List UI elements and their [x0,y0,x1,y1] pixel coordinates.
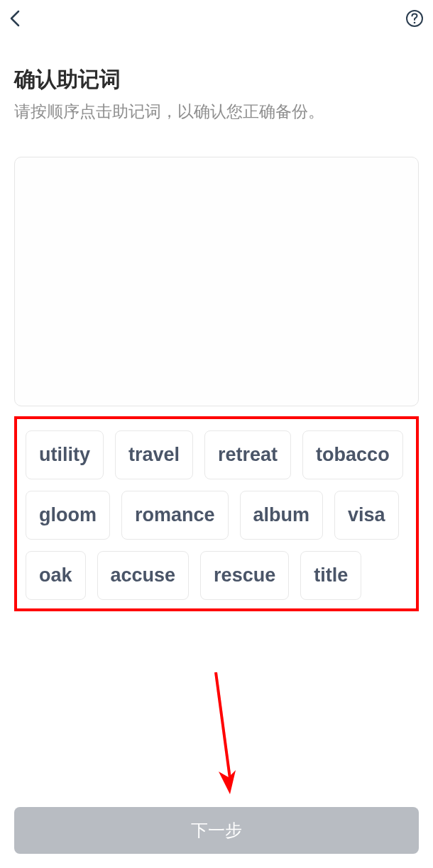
word-chip[interactable]: title [300,551,361,600]
word-chip[interactable]: album [240,491,324,540]
content: 确认助记词 请按顺序点击助记词，以确认您正确备份。 utility travel… [0,65,433,611]
word-chip[interactable]: accuse [97,551,190,600]
page-title: 确认助记词 [14,65,419,94]
words-container: utility travel retreat tobacco gloom rom… [14,416,419,611]
word-chip[interactable]: visa [334,491,399,540]
svg-marker-3 [219,770,236,794]
arrow-annotation-icon [209,672,251,800]
header [0,0,433,37]
word-chip[interactable]: oak [26,551,86,600]
word-chip[interactable]: rescue [200,551,289,600]
back-icon[interactable] [6,9,26,28]
word-chip[interactable]: gloom [26,491,110,540]
word-chip[interactable]: travel [115,430,193,479]
page-subtitle: 请按顺序点击助记词，以确认您正确备份。 [14,100,419,123]
svg-line-2 [216,672,230,779]
svg-point-1 [414,22,416,24]
word-chip[interactable]: retreat [204,430,291,479]
word-chip[interactable]: utility [26,430,104,479]
help-icon[interactable] [405,9,424,28]
selected-words-area[interactable] [14,157,419,406]
word-chip[interactable]: tobacco [302,430,403,479]
next-button[interactable]: 下一步 [14,807,419,854]
word-chip[interactable]: romance [121,491,229,540]
